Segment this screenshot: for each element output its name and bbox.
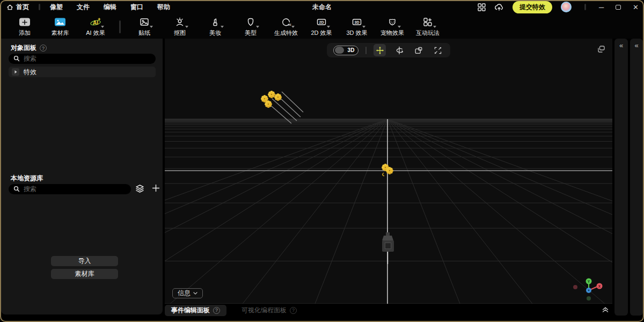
dropdown-indicator	[256, 26, 259, 28]
toolbar-item-interactive-play[interactable]: 互动玩法	[416, 16, 440, 37]
toolbar-separator	[119, 20, 121, 33]
library-button[interactable]: 素材库	[51, 269, 118, 279]
local-library-title-text: 本地资源库	[11, 174, 43, 183]
scale-tool-button[interactable]	[412, 44, 425, 56]
ground-grid	[165, 119, 612, 304]
tab-event-editor[interactable]: 事件编辑面板 ?	[165, 305, 226, 316]
help-icon[interactable]: ?	[290, 307, 297, 314]
menu-file[interactable]: 文件	[77, 3, 90, 12]
makeup-lipstick-icon	[209, 16, 222, 28]
object-item-effect[interactable]: 特效	[9, 67, 156, 77]
popout-window-icon[interactable]	[595, 43, 607, 55]
menu-window[interactable]: 窗口	[130, 3, 143, 12]
toolbar-item-label: 贴纸	[138, 29, 150, 37]
move-tool-button[interactable]	[374, 44, 386, 56]
toolbar-item-pet-effects[interactable]: 宠物效果	[380, 16, 404, 37]
effect-object-flower-trail[interactable]	[261, 91, 303, 123]
local-library-search-input[interactable]	[9, 184, 131, 194]
orientation-gizmo[interactable]: Y X	[573, 279, 603, 301]
menu-help[interactable]: 帮助	[157, 3, 170, 12]
menu-edit[interactable]: 编辑	[104, 3, 116, 12]
toolbar-item-label: 互动玩法	[416, 29, 440, 37]
toolbar-item-sticker[interactable]: 贴纸	[133, 16, 156, 37]
double-chevron-up-icon	[602, 306, 609, 313]
menu-app[interactable]: 像塑	[50, 3, 63, 12]
help-icon[interactable]: ?	[213, 307, 220, 314]
object-search-input[interactable]	[9, 54, 156, 64]
toolbar-item-3d-effects[interactable]: 3D 3D 效果	[345, 16, 369, 37]
dropdown-indicator	[291, 26, 295, 28]
toolbar-item-material-library[interactable]: 素材库	[48, 16, 72, 37]
expand-panel-icon[interactable]: «	[619, 41, 623, 49]
info-label: 信息	[178, 289, 191, 298]
right-panel-collapsed-1: «	[614, 39, 628, 316]
face-reshape-icon	[244, 16, 257, 28]
minimize-button[interactable]: ─	[599, 3, 604, 11]
gizmo-neg-y[interactable]	[587, 296, 591, 301]
help-icon[interactable]: ?	[40, 45, 47, 52]
expand-panel-icon[interactable]: «	[634, 41, 638, 49]
svg-text:3D: 3D	[355, 20, 360, 24]
svg-text:AI: AI	[93, 20, 98, 26]
toolbar-item-face-reshape[interactable]: 美型	[239, 16, 262, 37]
object-search	[9, 53, 156, 63]
rotate-tool-button[interactable]	[393, 44, 405, 56]
camera-object[interactable]	[382, 232, 394, 264]
add-resource-icon[interactable]	[152, 184, 160, 192]
toolbar-item-2d-effects[interactable]: 2D 2D 效果	[310, 16, 333, 37]
search-icon	[13, 186, 20, 192]
toolbar-item-label: 素材库	[52, 29, 69, 37]
avatar[interactable]	[561, 2, 572, 12]
maximize-button[interactable]	[616, 5, 621, 10]
toolbar-item-label: 宠物效果	[380, 29, 404, 37]
cutout-person-icon	[173, 16, 186, 28]
toolbar-item-add[interactable]: 添加	[13, 16, 36, 37]
svg-text:2D: 2D	[319, 20, 324, 24]
tab-visual-programming[interactable]: 可视化编程面板 ?	[235, 305, 303, 316]
mode-label: 3D	[344, 47, 358, 53]
main-toolbar: 添加 素材库 AI AI 效果 贴纸	[0, 14, 644, 39]
dropdown-indicator	[221, 26, 224, 28]
svg-text:X: X	[598, 284, 601, 288]
toolbar-item-ai-effects[interactable]: AI AI 效果	[84, 16, 107, 37]
toolbar-item-makeup[interactable]: 美妆	[203, 16, 227, 37]
svg-text:AI: AI	[288, 23, 291, 26]
submit-effect-button[interactable]: 提交特效	[513, 1, 552, 13]
toolbar-item-label: 抠图	[174, 29, 186, 37]
pet-dog-icon	[386, 16, 399, 28]
frame-tool-button[interactable]	[431, 44, 444, 56]
dropdown-indicator	[150, 26, 153, 28]
generate-effects-icon: AI	[280, 16, 292, 28]
ai-effects-icon: AI	[89, 16, 102, 28]
rotate-tool-icon	[395, 46, 404, 55]
left-panel: 对象面板 ? 特效 本地资源库 导入 素材库	[1, 39, 163, 314]
collapse-bottom-panel-button[interactable]	[602, 305, 609, 315]
home-icon	[6, 4, 13, 11]
home-label: 首页	[16, 3, 29, 12]
toolbar-item-label: AI 效果	[86, 29, 105, 37]
layers-icon[interactable]	[135, 184, 144, 193]
3d-mode-toggle[interactable]: 3D	[333, 46, 358, 55]
apps-grid-icon[interactable]	[478, 3, 486, 11]
controls-separator	[584, 4, 586, 10]
viewport-toolbar: 3D	[327, 43, 450, 57]
titlebar: 首页 像塑 文件 编辑 窗口 帮助 未命名 提交特效 ─ ✕	[0, 0, 644, 14]
close-button[interactable]: ✕	[633, 3, 639, 11]
import-button[interactable]: 导入	[51, 256, 118, 266]
toolbar-item-label: 美妆	[209, 29, 221, 37]
home-button[interactable]: 首页	[6, 3, 29, 12]
info-dropdown-button[interactable]: 信息	[172, 288, 203, 298]
toolbar-item-label: 3D 效果	[346, 29, 367, 37]
toolbar-item-cutout[interactable]: 抠图	[168, 16, 192, 37]
expand-arrow-icon[interactable]	[12, 68, 19, 76]
move-tool-icon	[376, 46, 384, 55]
tab-label: 事件编辑面板	[171, 306, 210, 315]
frame-tool-icon	[434, 46, 442, 55]
toolbar-item-generate-effects[interactable]: AI 生成特效	[274, 16, 298, 37]
document-title: 未命名	[312, 3, 332, 12]
gizmo-neg-x[interactable]	[573, 285, 577, 289]
cloud-upload-icon[interactable]	[494, 3, 504, 11]
local-library-search	[9, 184, 131, 194]
toolbar-item-label: 添加	[19, 29, 31, 37]
scene-viewport[interactable]: Y X 3D	[165, 39, 612, 304]
